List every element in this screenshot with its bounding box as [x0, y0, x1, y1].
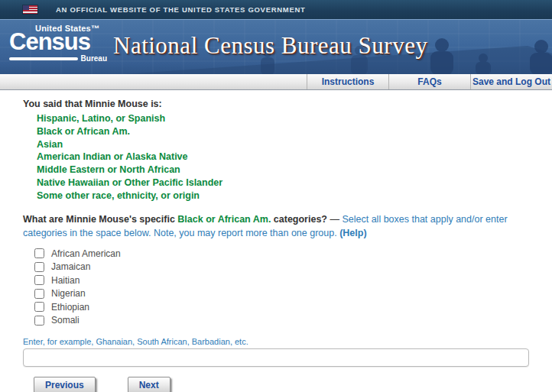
selected-category: Some other race, ethnicity, or origin: [37, 190, 529, 202]
logo-bureau: Bureau: [81, 54, 107, 63]
census-survey-page: AN OFFICIAL WEBSITE OF THE UNITED STATES…: [0, 0, 552, 392]
intro-heading: You said that Minnie Mouse is:: [23, 99, 529, 109]
checkbox-row-african-american[interactable]: African American: [34, 247, 529, 261]
main-content: You said that Minnie Mouse is: Hispanic,…: [0, 90, 552, 392]
logo-bottom: Bureau: [9, 54, 107, 63]
logo-census: Census: [9, 30, 107, 53]
next-button[interactable]: Next: [128, 377, 170, 392]
checkbox-row-somali[interactable]: Somali: [34, 313, 529, 327]
nav-instructions[interactable]: Instructions: [307, 74, 388, 89]
nav-save-and-log-out[interactable]: Save and Log Out: [470, 74, 552, 89]
other-category-input[interactable]: [23, 348, 529, 367]
header: United States™ Census Bureau National Ce…: [0, 19, 552, 74]
checkbox-label: Haitian: [51, 275, 80, 286]
us-flag-icon: [23, 5, 37, 14]
flag-canton: [23, 5, 29, 10]
gov-banner-text: AN OFFICIAL WEBSITE OF THE UNITED STATES…: [56, 5, 306, 14]
checkbox-label: African American: [51, 248, 121, 259]
gov-banner: AN OFFICIAL WEBSITE OF THE UNITED STATES…: [0, 0, 552, 19]
selected-categories-list: Hispanic, Latino, or Spanish Black or Af…: [37, 112, 529, 202]
checkbox-jamaican[interactable]: [34, 262, 44, 272]
checkbox-label: Jamaican: [51, 261, 90, 272]
checkbox-row-nigerian[interactable]: Nigerian: [34, 287, 529, 300]
logo-bar: [9, 57, 78, 60]
selected-category: Asian: [37, 138, 529, 151]
question-suffix: categories?: [271, 214, 327, 225]
category-checkbox-group: African American Jamaican Haitian Nigeri…: [34, 247, 529, 327]
input-hint: Enter, for example, Ghanaian, South Afri…: [23, 337, 529, 346]
previous-button[interactable]: Previous: [34, 377, 96, 392]
help-link[interactable]: (Help): [339, 228, 366, 238]
checkbox-african-american[interactable]: [34, 248, 44, 258]
checkbox-ethiopian[interactable]: [34, 302, 44, 312]
nav-faqs[interactable]: FAQs: [388, 74, 470, 89]
checkbox-row-ethiopian[interactable]: Ethiopian: [34, 300, 529, 314]
checkbox-label: Nigerian: [51, 288, 86, 299]
question-highlight: Black or African Am.: [177, 214, 271, 225]
page-title: National Census Bureau Survey: [113, 32, 427, 60]
question-text: What are Minnie Mouse's specific Black o…: [23, 212, 528, 240]
checkbox-somali[interactable]: [34, 316, 44, 326]
navbar: Instructions FAQs Save and Log Out: [0, 74, 552, 90]
selected-category: Black or African Am.: [37, 125, 529, 138]
checkbox-label: Ethiopian: [51, 302, 89, 313]
selected-category: Hispanic, Latino, or Spanish: [37, 112, 529, 125]
census-bureau-logo: United States™ Census Bureau: [9, 24, 107, 63]
selected-category: Middle Eastern or North African: [37, 164, 529, 177]
checkbox-label: Somali: [51, 315, 80, 326]
selected-category: Native Hawaiian or Other Pacific Islande…: [37, 177, 529, 190]
checkbox-haitian[interactable]: [34, 275, 44, 285]
checkbox-row-jamaican[interactable]: Jamaican: [34, 260, 529, 274]
question-dash: —: [327, 214, 342, 225]
button-row: Previous Next: [34, 377, 529, 392]
question-prefix: What are Minnie Mouse's specific: [23, 214, 177, 225]
checkbox-row-haitian[interactable]: Haitian: [34, 274, 529, 287]
selected-category: American Indian or Alaska Native: [37, 151, 529, 164]
checkbox-nigerian[interactable]: [34, 289, 44, 299]
